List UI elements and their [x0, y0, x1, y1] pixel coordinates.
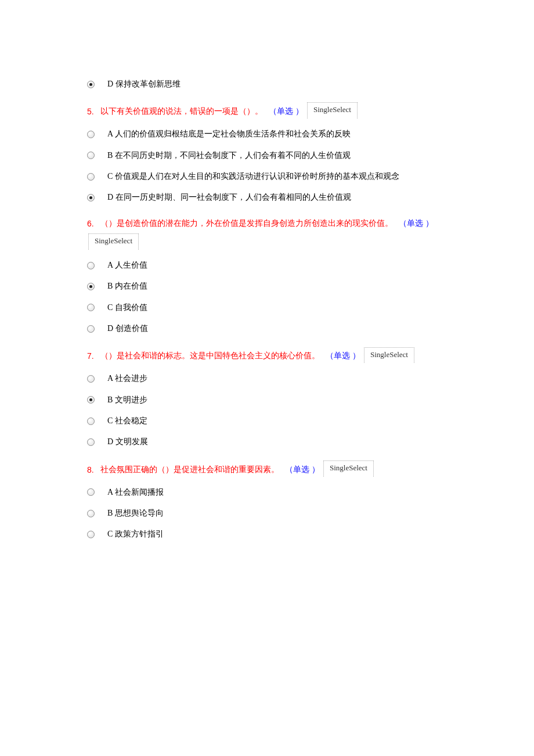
radio-icon[interactable]: [87, 173, 95, 181]
option-label: A 人生价值: [107, 259, 147, 272]
question-text: 以下有关价值观的说法，错误的一项是（）。: [100, 105, 263, 118]
question-type: （单选 ）: [269, 105, 304, 118]
radio-icon[interactable]: [87, 283, 95, 290]
option-row[interactable]: D 在同一历史时期、同一社会制度下，人们会有着相同的人生价值观: [87, 191, 447, 204]
radio-icon[interactable]: [87, 152, 95, 159]
radio-icon[interactable]: [87, 81, 95, 88]
option-label: D 创造价值: [107, 322, 148, 335]
radio-icon[interactable]: [87, 325, 95, 333]
option-label: C 价值观是人们在对人生目的和实践活动进行认识和评价时所持的基本观点和观念: [107, 170, 399, 183]
option-label: C 社会稳定: [107, 415, 147, 427]
question-type: （单选 ）: [285, 463, 320, 476]
option-row[interactable]: B 内在价值: [87, 280, 447, 293]
radio-icon[interactable]: [87, 438, 95, 446]
question-number: 6.: [87, 217, 98, 230]
question-header: 8. 社会氛围正确的（）是促进社会和谐的重要因素。（单选 ）SingleSele…: [87, 462, 447, 478]
option-row[interactable]: D 文明发展: [87, 435, 447, 448]
option-row[interactable]: C 自我价值: [87, 301, 447, 314]
question-header: 6. （）是创造价值的潜在能力，外在价值是发挥自身创造力所创造出来的现实价值。（…: [87, 217, 447, 230]
option-row[interactable]: A 人生价值: [87, 259, 447, 272]
single-select-wrap: SingleSelect: [87, 235, 447, 251]
option-row[interactable]: B 思想舆论导向: [87, 507, 447, 520]
option-label: B 在不同历史时期，不同社会制度下，人们会有着不同的人生价值观: [107, 149, 351, 162]
option-row[interactable]: A 社会新闻播报: [87, 486, 447, 499]
option-label: A 人们的价值观归根结底是一定社会物质生活条件和社会关系的反映: [107, 128, 351, 141]
radio-icon[interactable]: [87, 488, 95, 496]
single-select-badge: SingleSelect: [307, 102, 358, 118]
option-row[interactable]: C 政策方针指引: [87, 528, 447, 541]
option-label: B 文明进步: [107, 394, 147, 406]
single-select-badge: SingleSelect: [364, 347, 414, 363]
option-label: D 文明发展: [107, 435, 148, 448]
option-row[interactable]: A 社会进步: [87, 372, 447, 385]
question-header: 5. 以下有关价值观的说法，错误的一项是（）。（单选 ）SingleSelect: [87, 103, 447, 120]
radio-icon[interactable]: [87, 262, 95, 269]
question-number: 5.: [87, 105, 98, 118]
single-select-badge: SingleSelect: [88, 233, 139, 250]
radio-icon[interactable]: [87, 194, 95, 201]
option-row[interactable]: D 创造价值: [87, 322, 447, 335]
radio-icon[interactable]: [87, 304, 95, 311]
option-label: C 政策方针指引: [107, 528, 164, 541]
option-label: D 在同一历史时期、同一社会制度下，人们会有着相同的人生价值观: [107, 191, 351, 204]
option-row[interactable]: B 文明进步: [87, 394, 447, 406]
single-select-badge: SingleSelect: [323, 460, 374, 477]
option-label: C 自我价值: [107, 301, 147, 314]
option-label: A 社会进步: [107, 372, 147, 385]
option-row[interactable]: D 保持改革创新思维: [87, 78, 447, 91]
option-row[interactable]: C 价值观是人们在对人生目的和实践活动进行认识和评价时所持的基本观点和观念: [87, 170, 447, 183]
option-label: D 保持改革创新思维: [107, 78, 181, 91]
option-row[interactable]: B 在不同历史时期，不同社会制度下，人们会有着不同的人生价值观: [87, 149, 447, 162]
option-label: B 思想舆论导向: [107, 507, 164, 520]
question-type: （单选 ）: [326, 350, 360, 362]
question-type: （单选 ）: [399, 217, 434, 230]
option-label: B 内在价值: [107, 280, 147, 293]
radio-icon[interactable]: [87, 531, 95, 538]
question-text: （）是创造价值的潜在能力，外在价值是发挥自身创造力所创造出来的现实价值。: [100, 217, 393, 230]
radio-icon[interactable]: [87, 375, 95, 383]
question-number: 8.: [87, 463, 98, 476]
radio-icon[interactable]: [87, 131, 95, 138]
radio-icon[interactable]: [87, 510, 95, 517]
option-row[interactable]: A 人们的价值观归根结底是一定社会物质生活条件和社会关系的反映: [87, 128, 447, 141]
question-text: 社会氛围正确的（）是促进社会和谐的重要因素。: [100, 463, 279, 476]
option-label: A 社会新闻播报: [107, 486, 164, 499]
question-number: 7.: [87, 350, 98, 362]
question-header: 7. （）是社会和谐的标志。这是中国特色社会主义的核心价值。（单选 ）Singl…: [87, 348, 447, 365]
option-row[interactable]: C 社会稳定: [87, 415, 447, 427]
quiz-content: D 保持改革创新思维5. 以下有关价值观的说法，错误的一项是（）。（单选 ）Si…: [87, 78, 447, 541]
radio-icon[interactable]: [87, 396, 95, 404]
question-text: （）是社会和谐的标志。这是中国特色社会主义的核心价值。: [100, 350, 320, 362]
radio-icon[interactable]: [87, 417, 95, 425]
